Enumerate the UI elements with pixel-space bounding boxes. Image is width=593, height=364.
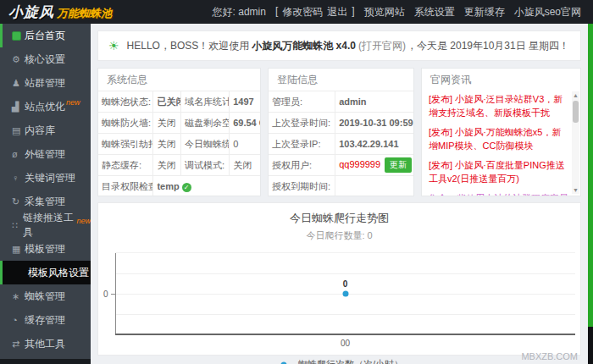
sidebar-item-keywords[interactable]: ♀ 关键词管理 xyxy=(0,166,91,190)
hijack-status: 关闭 xyxy=(153,134,180,155)
sidebar-item-collection[interactable]: ↻ 采集管理 xyxy=(0,190,91,213)
news-scroll-track[interactable] xyxy=(572,99,579,186)
table-row: 授权到期时间: xyxy=(269,176,413,197)
news-scroll-thumb[interactable] xyxy=(573,101,579,123)
main-content: ☀ HELLO，BOSS！欢迎使用 小旋风万能蜘蛛池 x4.0 (打开官网) ，… xyxy=(91,24,588,364)
preview-site-link[interactable]: 预览网站 xyxy=(364,5,405,19)
page-scrollbar-track[interactable] xyxy=(588,24,593,364)
sidebar-item-external-links[interactable]: ø 外链管理 xyxy=(0,142,91,166)
update-button[interactable]: 更新 xyxy=(385,157,412,173)
label: 静态缓存: xyxy=(98,155,153,176)
bracket-open: [ xyxy=(275,5,278,19)
data-point-label: 0 xyxy=(343,279,348,289)
news-item[interactable]: [发布] 小旋风·泛目录站群V3，新增支持泛域名、新版模板干扰 xyxy=(429,93,568,120)
sidebar-item-core-settings[interactable]: ⚙ 核心设置 xyxy=(0,47,91,71)
key-icon: ♀ xyxy=(12,173,25,183)
sidebar-item-template-manage[interactable]: ▦ 模板管理 xyxy=(0,237,91,261)
chart-icon: ▟ xyxy=(12,102,25,113)
panel-title: 官网资讯 xyxy=(422,69,580,91)
sidebar-item-label: 后台首页 xyxy=(25,29,65,43)
page-scrollbar-thumb[interactable] xyxy=(588,24,593,327)
sidebar-item-label: 蜘蛛管理 xyxy=(25,290,65,304)
label: 磁盘剩余空间: xyxy=(180,113,229,134)
table-row: 管理员: admin xyxy=(269,91,413,113)
news-item[interactable]: [发布] 小旋风·万能蜘蛛池x5，新增MIP模块、CC防御模块 xyxy=(429,126,568,153)
sidebar-item-dashboard[interactable]: 后台首页 xyxy=(0,24,91,47)
sidebar-item-other-tools[interactable]: ⇄ 其他工具 xyxy=(0,332,91,356)
system-settings-link[interactable]: 系统设置 xyxy=(414,5,455,19)
today-spider-count: 0 xyxy=(230,134,260,155)
news-scrollbar: ▲ ▼ xyxy=(572,91,579,194)
chart-legend[interactable]: 蜘蛛爬行次数（次/小时） xyxy=(98,358,580,364)
sidebar-subitem-template-style[interactable]: 模板风格设置 xyxy=(0,261,91,284)
label: 蜘蛛强引劫持: xyxy=(98,134,153,155)
link-icon: ø xyxy=(12,149,25,159)
account-links: [ 修改密码 退出 ] xyxy=(275,5,355,19)
tools-icon: ⇄ xyxy=(12,339,25,350)
official-site-link[interactable]: 小旋风seo官网 xyxy=(514,5,581,19)
login-info-table: 管理员: admin 上次登录时间: 2019-10-31 09:59 上次登录… xyxy=(269,91,413,196)
scroll-up-icon[interactable]: ▲ xyxy=(573,91,579,99)
y-axis-line xyxy=(115,253,116,334)
app-logo: 小旋风 万能蜘蛛池 xyxy=(8,3,112,22)
chart-title: 今日蜘蛛爬行走势图 xyxy=(98,203,580,226)
gear-icon: ⚙ xyxy=(12,54,25,65)
news-panel: 官网资讯 [发布] 小旋风·泛目录站群V3，新增支持泛域名、新版模板干扰 [发布… xyxy=(421,68,581,196)
chart-plot-area: 0 0 xyxy=(115,252,575,334)
sidebar-item-label: 内容库 xyxy=(25,124,55,138)
greeting-text: 您好: admin xyxy=(213,5,266,19)
scroll-down-icon[interactable]: ▼ xyxy=(573,186,579,194)
sidebar-item-label: 站点优化 xyxy=(25,100,65,114)
news-item[interactable]: [发布] 小旋风·百度批量PING推送工具v2(日推送量百万) xyxy=(429,159,568,186)
table-row: 蜘蛛池状态: 已关闭 域名库统计: 1497 xyxy=(98,91,260,113)
legend-label: 蜘蛛爬行次数（次/小时） xyxy=(298,358,403,364)
sidebar-item-spider-manage[interactable]: ∗ 蜘蛛管理 xyxy=(0,284,91,308)
sidebar: 后台首页 ⚙ 核心设置 ♟ 站群管理 ▟ 站点优化 new ▤ 内容库 ø 外链… xyxy=(0,24,91,364)
authorized-user-cell: qq999999更新 xyxy=(335,155,413,176)
news-item[interactable]: 集合一些使用本站的站群程序容易出现的问题和解决方法 xyxy=(429,192,568,196)
login-info-panel: 登陆信息 管理员: admin 上次登录时间: 2019-10-31 09:59… xyxy=(268,68,414,196)
table-row: 静态缓存: 关闭 调试模式: 关闭 xyxy=(98,155,260,176)
sidebar-item-label: 核心设置 xyxy=(25,52,65,67)
new-badge: new xyxy=(66,98,80,107)
sidebar-item-link-push-tool[interactable]: ∷ 链接推送工具 new xyxy=(0,213,91,237)
spider-icon: ∗ xyxy=(12,291,25,302)
debug-mode-status: 关闭 xyxy=(230,155,260,176)
logout-link[interactable]: 退出 xyxy=(327,5,347,19)
check-icon: ✓ xyxy=(182,183,191,192)
y-axis-tick-mark xyxy=(111,294,115,295)
topbar-nav: 您好: admin [ 修改密码 退出 ] 预览网站 系统设置 更新缓存 小旋风… xyxy=(213,5,581,19)
open-official-site-link[interactable]: (打开官网) xyxy=(358,39,406,53)
users-icon: ♟ xyxy=(12,78,25,89)
table-row: 目录权限检查: temp✓ xyxy=(98,176,260,197)
last-login-time: 2019-10-31 09:59 xyxy=(335,113,413,134)
label: 授权到期时间: xyxy=(269,176,335,197)
new-badge: new xyxy=(76,217,91,225)
change-password-link[interactable]: 修改密码 xyxy=(282,5,323,19)
dir-name: temp xyxy=(157,181,179,191)
sidebar-footer xyxy=(0,359,91,364)
sidebar-item-content-library[interactable]: ▤ 内容库 xyxy=(0,119,91,142)
label: 目录权限检查: xyxy=(98,176,153,197)
disk-free-space: 69.54 GB xyxy=(230,113,260,134)
refresh-cache-link[interactable]: 更新缓存 xyxy=(464,5,505,19)
chart-subtitle: 今日爬行数量: 0 xyxy=(98,229,580,242)
label: 上次登录时间: xyxy=(269,113,335,134)
document-icon: ▤ xyxy=(12,125,25,136)
table-row: 蜘蛛强引劫持: 关闭 今日蜘蛛统计: 0 xyxy=(98,134,260,155)
y-axis-tick-label: 0 xyxy=(103,290,108,299)
sidebar-item-cache-manage[interactable]: ◔ 缓存管理 xyxy=(0,308,91,332)
sidebar-item-label: 其他工具 xyxy=(25,337,65,351)
info-panels: 系统信息 蜘蛛池状态: 已关闭 域名库统计: 1497 蜘蛛防火墙: 关闭 磁盘… xyxy=(97,68,581,196)
template-icon: ▦ xyxy=(12,244,25,255)
sidebar-item-label: 关键词管理 xyxy=(25,171,75,185)
grid-icon: ∷ xyxy=(12,220,23,231)
system-info-table: 蜘蛛池状态: 已关闭 域名库统计: 1497 蜘蛛防火墙: 关闭 磁盘剩余空间:… xyxy=(98,91,260,196)
app-name-text: 小旋风万能蜘蛛池 x4.0 xyxy=(252,39,356,53)
sidebar-item-label: 采集管理 xyxy=(25,195,65,209)
dir-permission-check: temp✓ xyxy=(153,176,260,197)
sidebar-item-label: 站群管理 xyxy=(25,76,65,91)
sidebar-item-site-group[interactable]: ♟ 站群管理 xyxy=(0,71,91,95)
gridline xyxy=(115,273,575,274)
sidebar-item-site-optimize[interactable]: ▟ 站点优化 new xyxy=(0,95,91,119)
